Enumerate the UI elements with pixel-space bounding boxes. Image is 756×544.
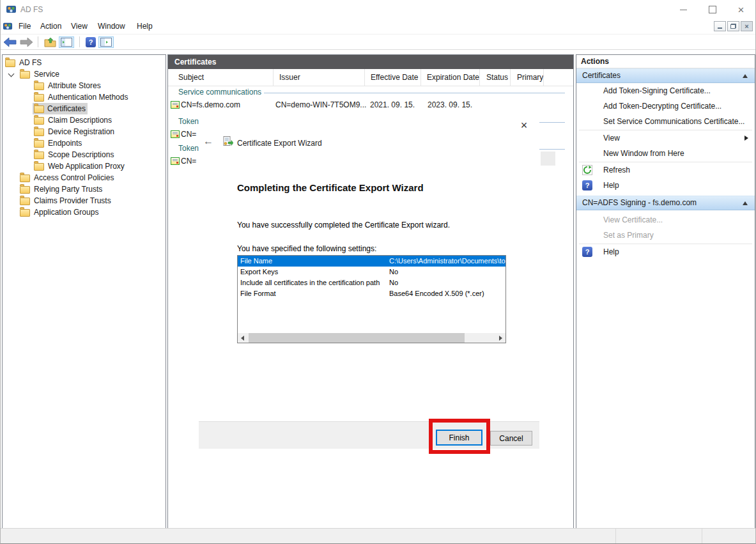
collapse-caret-icon[interactable] [743,201,748,205]
column-subject[interactable]: Subject [168,69,274,86]
tree-item-scope-descriptions[interactable]: Scope Descriptions [3,149,166,160]
help-icon: ? [582,247,592,257]
folder-icon [5,59,15,67]
column-primary[interactable]: Primary [511,69,544,86]
actions-section-adfs-signing[interactable]: CN=ADFS Signing - fs.demo.com [576,196,755,210]
adfs-console-window: AD FS × File Action View Window Help × [0,0,756,544]
wizard-back-arrow-icon[interactable]: ← [203,136,213,147]
help-button[interactable]: ? [86,36,96,49]
tree-item-access-control-policies[interactable]: Access Control Policies [3,172,166,183]
folder-icon [34,128,44,136]
console-tree-icon [61,38,72,47]
tree-item-authentication-methods[interactable]: Authentication Methods [3,91,166,103]
column-expiration-date[interactable]: Expiration Date [421,69,480,86]
action-view-certificate: View Certificate... [576,212,755,228]
tree-item-adfs[interactable]: AD FS [3,57,166,68]
group-divider-line [264,93,565,93]
group-service-communications: Service communications [168,87,573,98]
action-add-token-signing[interactable]: Add Token-Signing Certificate... [576,83,755,98]
certificate-row[interactable]: CN=fs.demo.com CN=demo-WIN-7T5OM9... 202… [168,100,573,111]
wizard-settings-label: You have specified the following setting… [237,244,376,253]
toolbar: ? [1,35,755,50]
maximize-button[interactable] [698,0,727,19]
mmc-restore-button[interactable] [727,21,739,31]
certificates-list-pane: Certificates Subject Issuer Effective Da… [167,54,574,529]
tree-item-relying-party-trusts[interactable]: Relying Party Trusts [3,183,166,195]
folder-icon [34,140,44,148]
pane-title: Certificates [168,55,573,69]
window-title: AD FS [20,5,43,14]
settings-row-file-format[interactable]: File Format Base64 Encoded X.509 (*.cer) [238,288,505,299]
folder-icon [20,71,30,79]
action-set-service-communications[interactable]: Set Service Communications Certificate..… [576,114,755,129]
status-bar-separator [702,529,702,543]
action-add-token-decrypting[interactable]: Add Token-Decrypting Certificate... [576,98,755,114]
column-status[interactable]: Status [480,69,511,86]
wizard-heading: Completing the Certificate Export Wizard [237,182,424,193]
settings-row-include-certificates[interactable]: Include all certificates in the certific… [238,277,505,288]
close-button[interactable]: × [727,0,755,19]
menu-window[interactable]: Window [94,19,129,34]
wizard-title: Certificate Export Wizard [237,139,322,148]
folder-icon [34,94,44,102]
menu-action[interactable]: Action [36,19,65,34]
tree-item-claim-descriptions[interactable]: Claim Descriptions [3,114,166,126]
wizard-close-icon[interactable]: × [517,118,531,132]
tree-item-endpoints[interactable]: Endpoints [3,137,166,149]
help-icon: ? [582,180,592,190]
toolbar-separator [79,36,80,47]
scrollbar-track[interactable] [247,333,496,343]
tree-item-claims-provider-trusts[interactable]: Claims Provider Trusts [3,195,166,206]
actions-section-certificates[interactable]: Certificates [576,68,755,83]
settings-row-export-keys[interactable]: Export Keys No [238,267,505,277]
show-console-tree-toggle[interactable] [59,36,74,48]
forward-arrow-icon [20,38,33,47]
tree-item-certificates[interactable]: Certificates [3,103,166,114]
menu-help[interactable]: Help [133,19,157,34]
tree-item-attribute-stores[interactable]: Attribute Stores [3,80,166,91]
list-column-headers: Subject Issuer Effective Date Expiration… [168,69,573,86]
menubar: File Action View Window Help × [1,19,755,35]
folder-icon [20,186,30,194]
mmc-window-controls: × [714,21,753,31]
refresh-icon [582,165,592,175]
folder-icon [34,105,44,113]
finish-button[interactable]: Finish [436,430,482,446]
certificate-icon [171,157,180,165]
action-refresh[interactable]: Refresh [576,162,755,178]
back-button[interactable] [4,36,17,49]
tree-item-device-registration[interactable]: Device Registration [3,126,166,137]
menu-file[interactable]: File [15,19,35,34]
action-new-window[interactable]: New Window from Here [576,146,755,161]
column-issuer[interactable]: Issuer [274,69,365,86]
mmc-minimize-button[interactable] [714,21,726,31]
menu-view[interactable]: View [67,19,91,34]
settings-listview: File Name C:\Users\Administrator\Documen… [237,255,506,343]
mmc-close-button[interactable]: × [741,21,753,31]
titlebar: AD FS × [1,0,755,19]
action-pane-icon [100,38,112,47]
settings-row-file-name[interactable]: File Name C:\Users\Administrator\Documen… [238,256,505,267]
collapse-caret-icon[interactable] [743,74,748,78]
horizontal-scrollbar[interactable] [238,333,505,343]
submenu-arrow-icon [744,136,748,141]
column-effective-date[interactable]: Effective Date [365,69,421,86]
forward-button[interactable] [20,36,33,49]
tree-item-service[interactable]: Service [3,68,166,80]
minimize-button[interactable] [669,0,698,19]
certificate-icon [171,101,180,109]
action-help[interactable]: ? Help [576,178,755,193]
action-help-2[interactable]: ? Help [576,244,755,260]
tree-item-web-application-proxy[interactable]: Web Application Proxy [3,160,166,172]
show-action-pane-toggle[interactable] [98,36,114,48]
export-list-button[interactable] [44,36,56,49]
scroll-left-icon[interactable] [238,333,247,343]
scrollbar-thumb[interactable] [249,333,465,343]
action-view[interactable]: View [576,130,755,146]
chevron-expanded-icon[interactable] [8,71,15,77]
certificate-icon [171,130,180,138]
cancel-button[interactable]: Cancel [490,431,532,446]
scroll-right-icon[interactable] [496,333,505,343]
export-folder-icon [44,37,56,47]
tree-item-application-groups[interactable]: Application Groups [3,206,166,218]
